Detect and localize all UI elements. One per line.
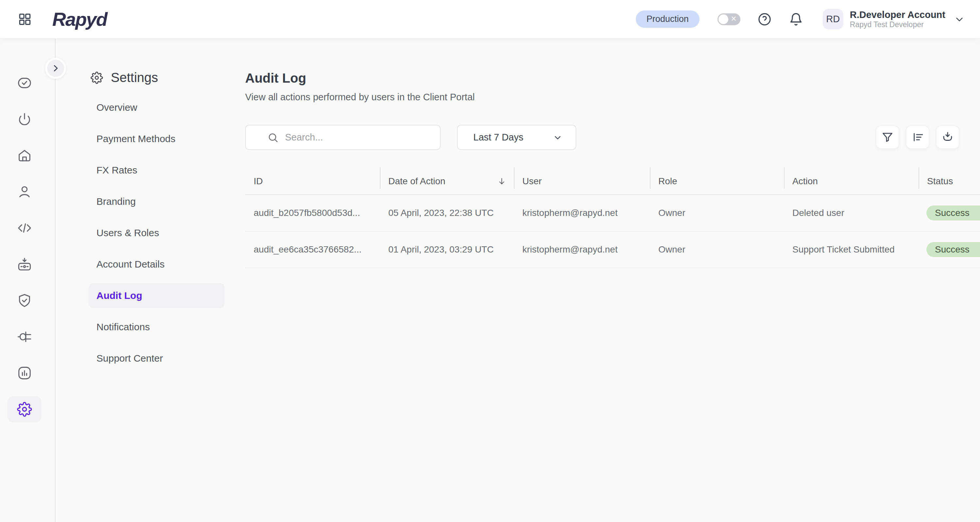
- toggle-knob: [719, 14, 728, 24]
- sidebar-expand-button[interactable]: [45, 58, 66, 79]
- chevron-down-icon: [553, 133, 563, 143]
- help-icon[interactable]: [757, 12, 772, 27]
- sidebar-item-audit-log[interactable]: Audit Log: [89, 283, 224, 308]
- table-actions: [876, 125, 959, 149]
- plug-icon[interactable]: [17, 329, 32, 344]
- home-icon[interactable]: [17, 148, 32, 163]
- col-header-id[interactable]: ID: [245, 167, 380, 195]
- col-header-date[interactable]: Date of Action: [380, 167, 514, 195]
- date-filter-value: Last 7 Days: [473, 132, 523, 143]
- account-chevron-down-icon[interactable]: [954, 14, 965, 25]
- settings-header: Settings: [91, 70, 243, 85]
- check-badge-icon[interactable]: [17, 75, 32, 90]
- filter-icon: [881, 131, 894, 143]
- cell-id: audit_b2057fb5800d53d...: [245, 208, 380, 218]
- table-body: audit_b2057fb5800d53d...05 April, 2023, …: [245, 195, 980, 268]
- settings-nav: Overview Payment Methods FX Rates Brandi…: [56, 95, 243, 371]
- audit-log-table: ID Date of Action User Role Action Statu…: [245, 167, 980, 268]
- cell-user: kristopherm@rapyd.net: [514, 244, 650, 255]
- table-row[interactable]: audit_b2057fb5800d53d...05 April, 2023, …: [245, 195, 980, 232]
- code-icon[interactable]: [17, 221, 32, 235]
- cell-date: 01 April, 2023, 03:29 UTC: [380, 244, 514, 255]
- search-icon: [267, 132, 278, 143]
- page-title: Audit Log: [245, 70, 980, 86]
- col-header-role[interactable]: Role: [650, 167, 784, 195]
- account-info[interactable]: R.Developer Account Rapyd Test Developer: [850, 9, 945, 29]
- sidebar-item-overview[interactable]: Overview: [89, 95, 224, 120]
- settings-panel: Settings Overview Payment Methods FX Rat…: [56, 39, 243, 522]
- page-subtitle: View all actions performed by users in t…: [245, 91, 980, 103]
- controls-row: Last 7 Days: [245, 125, 980, 150]
- col-header-user[interactable]: User: [514, 167, 650, 195]
- sidebar-item-branding[interactable]: Branding: [89, 189, 224, 214]
- rapyd-logo[interactable]: Rapyd: [52, 8, 107, 30]
- sidebar-item-fx-rates[interactable]: FX Rates: [89, 158, 224, 182]
- search-box[interactable]: [245, 125, 441, 150]
- cell-action: Deleted user: [784, 208, 918, 218]
- search-input[interactable]: [285, 132, 429, 143]
- table-row[interactable]: audit_ee6ca35c3766582...01 April, 2023, …: [245, 232, 980, 268]
- cell-role: Owner: [650, 244, 784, 255]
- sort-button[interactable]: [906, 125, 929, 149]
- user-icon[interactable]: [17, 184, 32, 199]
- sidebar-item-users-roles[interactable]: Users & Roles: [89, 221, 224, 245]
- cell-date: 05 April, 2023, 22:38 UTC: [380, 208, 514, 218]
- environment-badge: Production: [636, 10, 700, 28]
- shield-check-icon[interactable]: [17, 293, 32, 308]
- account-subtitle: Rapyd Test Developer: [850, 20, 945, 29]
- deposit-icon[interactable]: [17, 257, 32, 272]
- cell-role: Owner: [650, 208, 784, 218]
- sidebar-item-payment-methods[interactable]: Payment Methods: [89, 127, 224, 151]
- date-filter-dropdown[interactable]: Last 7 Days: [457, 125, 576, 150]
- sort-down-icon: [497, 176, 507, 186]
- cell-status: Success: [918, 205, 980, 221]
- filter-button[interactable]: [876, 125, 899, 149]
- bell-icon[interactable]: [789, 12, 803, 27]
- apps-grid-icon[interactable]: [18, 12, 32, 27]
- status-badge: Success: [926, 242, 980, 257]
- power-icon[interactable]: [17, 112, 32, 127]
- sidebar-item-account-details[interactable]: Account Details: [89, 252, 224, 277]
- table-header-row: ID Date of Action User Role Action Statu…: [245, 167, 980, 195]
- bar-chart-icon[interactable]: [17, 365, 32, 381]
- sidebar-item-notifications[interactable]: Notifications: [89, 314, 224, 340]
- toggle-off-icon: ✕: [730, 15, 737, 23]
- topbar: Rapyd Production ✕ RD R.Developer Accoun…: [0, 0, 980, 39]
- avatar[interactable]: RD: [823, 9, 843, 29]
- sidebar-rail: [0, 39, 56, 522]
- sidebar-item-support-center[interactable]: Support Center: [89, 346, 224, 371]
- environment-toggle[interactable]: ✕: [718, 13, 740, 25]
- settings-gear-icon: [91, 71, 103, 84]
- col-header-status[interactable]: Status: [918, 167, 980, 195]
- avatar-initials: RD: [826, 14, 840, 24]
- cell-action: Support Ticket Submitted: [784, 244, 918, 255]
- sort-icon: [912, 131, 924, 143]
- settings-icon[interactable]: [17, 402, 32, 417]
- col-header-action[interactable]: Action: [784, 167, 918, 195]
- account-name: R.Developer Account: [850, 9, 945, 20]
- main-content: Audit Log View all actions performed by …: [245, 39, 980, 522]
- cell-status: Success: [918, 242, 980, 257]
- cell-id: audit_ee6ca35c3766582...: [245, 244, 380, 255]
- status-badge: Success: [926, 205, 980, 221]
- download-icon: [942, 131, 954, 143]
- cell-user: kristopherm@rapyd.net: [514, 208, 650, 218]
- settings-title: Settings: [111, 70, 158, 85]
- download-button[interactable]: [936, 125, 959, 149]
